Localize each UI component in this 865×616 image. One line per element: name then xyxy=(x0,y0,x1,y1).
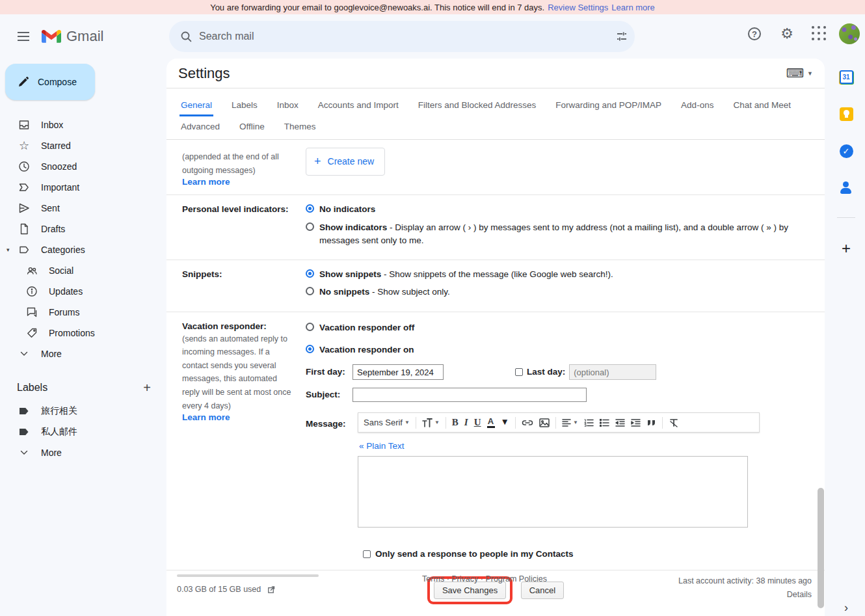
vacation-label-col: Vacation responder: (sends an automated … xyxy=(182,320,306,570)
sidebar-item-important[interactable]: Important xyxy=(0,177,166,198)
tab-themes[interactable]: Themes xyxy=(283,116,317,138)
details-link[interactable]: Details xyxy=(787,590,812,599)
underline-button[interactable]: U xyxy=(474,415,481,430)
bulleted-list-button[interactable] xyxy=(600,419,609,427)
keep-icon[interactable] xyxy=(838,106,854,122)
first-day-input[interactable] xyxy=(353,364,444,380)
show-snippets-option[interactable]: Show snippets - Show snippets of the mes… xyxy=(306,268,812,281)
sidebar-item-snoozed[interactable]: Snoozed xyxy=(0,156,166,177)
program-policies-link[interactable]: Program Policies xyxy=(485,574,546,583)
sidebar-item-social[interactable]: Social xyxy=(0,260,166,281)
chevron-down-icon[interactable]: ▼ xyxy=(501,416,509,429)
external-link-icon[interactable] xyxy=(266,585,276,595)
radio-vacation-on[interactable] xyxy=(306,345,314,353)
last-day-input[interactable] xyxy=(569,364,656,380)
tab-inbox[interactable]: Inbox xyxy=(276,95,300,116)
settings-gear-icon[interactable]: ⚙ xyxy=(774,21,800,47)
sidebar-item-inbox[interactable]: Inbox xyxy=(0,114,166,135)
bold-button[interactable]: B xyxy=(452,415,459,430)
search-input[interactable] xyxy=(199,31,615,42)
contacts-icon[interactable] xyxy=(838,180,854,196)
contacts-only-checkbox[interactable] xyxy=(363,550,371,558)
panel-expand-icon[interactable]: › xyxy=(844,601,848,615)
help-icon[interactable]: ? xyxy=(741,21,767,47)
banner-learn-more-link[interactable]: Learn more xyxy=(611,3,654,12)
subject-input[interactable] xyxy=(353,388,587,402)
tab-chat-and-meet[interactable]: Chat and Meet xyxy=(732,95,792,116)
tab-add-ons[interactable]: Add-ons xyxy=(680,95,715,116)
insert-image-button[interactable] xyxy=(539,418,550,427)
tasks-icon[interactable]: ✓ xyxy=(838,143,854,159)
radio-no-snippets[interactable] xyxy=(306,287,314,295)
tab-forwarding[interactable]: Forwarding and POP/IMAP xyxy=(554,95,663,116)
search-bar[interactable] xyxy=(169,21,635,52)
input-method-selector[interactable]: ⌨ ▼ xyxy=(786,66,813,81)
italic-button[interactable]: I xyxy=(464,415,468,430)
font-family-dropdown[interactable]: Sans Serif ▼ xyxy=(364,416,410,429)
scrollbar-thumb[interactable] xyxy=(818,488,824,608)
add-label-icon[interactable]: + xyxy=(143,381,151,394)
keyboard-icon[interactable]: ⌨ xyxy=(786,66,804,81)
tab-filters[interactable]: Filters and Blocked Addresses xyxy=(417,95,538,116)
privacy-link[interactable]: Privacy xyxy=(451,574,478,583)
insert-link-button[interactable] xyxy=(522,418,533,427)
tab-advanced[interactable]: Advanced xyxy=(180,116,221,138)
no-snippets-option[interactable]: No snippets - Show subject only. xyxy=(306,286,812,299)
create-new-signature-button[interactable]: + Create new xyxy=(306,148,385,176)
no-indicators-option[interactable]: No indicators xyxy=(306,203,812,216)
radio-vacation-off[interactable] xyxy=(306,323,314,331)
show-indicators-option[interactable]: Show indicators - Display an arrow ( › )… xyxy=(306,221,812,248)
sidebar-label-travel[interactable]: 旅行相关 xyxy=(0,401,166,422)
calendar-icon[interactable]: 31 xyxy=(838,69,854,85)
tab-general[interactable]: General xyxy=(180,95,213,116)
sidebar-label-private[interactable]: 私人邮件 xyxy=(0,422,166,442)
tab-labels[interactable]: Labels xyxy=(230,95,259,116)
account-avatar[interactable] xyxy=(839,23,860,44)
remove-formatting-button[interactable] xyxy=(669,418,679,427)
vacation-off-option[interactable]: Vacation responder off xyxy=(306,321,812,334)
google-apps-icon[interactable] xyxy=(806,21,832,47)
storage-info: 0.03 GB of 15 GB used xyxy=(177,574,326,602)
review-settings-link[interactable]: Review Settings xyxy=(548,3,608,12)
indent-less-button[interactable] xyxy=(615,419,625,427)
sidebar-item-more[interactable]: More xyxy=(0,343,166,364)
signature-learn-more-link[interactable]: Learn more xyxy=(182,177,230,187)
quote-button[interactable] xyxy=(646,419,656,427)
tab-accounts-and-import[interactable]: Accounts and Import xyxy=(317,95,400,116)
sidebar-item-forums[interactable]: Forums xyxy=(0,302,166,323)
plain-text-toggle[interactable]: « Plain Text xyxy=(359,440,760,453)
font-size-button[interactable]: ▼ xyxy=(422,418,440,427)
compose-button[interactable]: Compose xyxy=(5,64,95,100)
sidebar-item-sent[interactable]: Sent xyxy=(0,198,166,219)
sidebar-item-drafts[interactable]: Drafts xyxy=(0,219,166,239)
search-options-icon[interactable] xyxy=(615,30,628,43)
numbered-list-button[interactable] xyxy=(584,419,594,427)
search-icon[interactable] xyxy=(180,30,193,43)
radio-show-indicators[interactable] xyxy=(306,222,314,231)
terms-link[interactable]: Terms xyxy=(422,574,444,583)
radio-no-indicators[interactable] xyxy=(306,204,314,213)
contacts-only-option[interactable]: Only send a response to people in my Con… xyxy=(363,548,812,561)
main-menu-icon[interactable] xyxy=(8,21,39,52)
indent-more-button[interactable] xyxy=(631,419,641,427)
radio-show-snippets[interactable] xyxy=(306,269,314,278)
gmail-logo[interactable]: Gmail xyxy=(42,28,103,45)
message-body-textarea[interactable] xyxy=(358,456,748,528)
sidebar-item-categories[interactable]: ▾ Categories xyxy=(0,239,166,260)
compose-label: Compose xyxy=(38,77,77,87)
last-day-checkbox[interactable] xyxy=(515,368,523,376)
keyboard-dropdown-icon[interactable]: ▼ xyxy=(807,70,813,77)
text-color-button[interactable]: A xyxy=(487,417,495,428)
tab-offline[interactable]: Offline xyxy=(238,116,266,138)
align-button[interactable]: ▼ xyxy=(562,419,578,427)
vacation-description: (sends an automated reply to incoming me… xyxy=(182,332,294,413)
sidebar-item-promotions[interactable]: Promotions xyxy=(0,323,166,343)
sidebar-labels-more[interactable]: More xyxy=(0,442,166,463)
sidebar-item-updates[interactable]: Updates xyxy=(0,281,166,302)
get-add-ons-icon[interactable]: + xyxy=(842,239,851,258)
vacation-on-option[interactable]: Vacation responder on xyxy=(306,343,812,356)
forwarding-banner: You are forwarding your email to googlev… xyxy=(0,0,865,14)
categories-expand-icon[interactable]: ▾ xyxy=(7,247,10,253)
sidebar-item-starred[interactable]: ☆ Starred xyxy=(0,135,166,156)
vacation-learn-more-link[interactable]: Learn more xyxy=(182,412,230,422)
